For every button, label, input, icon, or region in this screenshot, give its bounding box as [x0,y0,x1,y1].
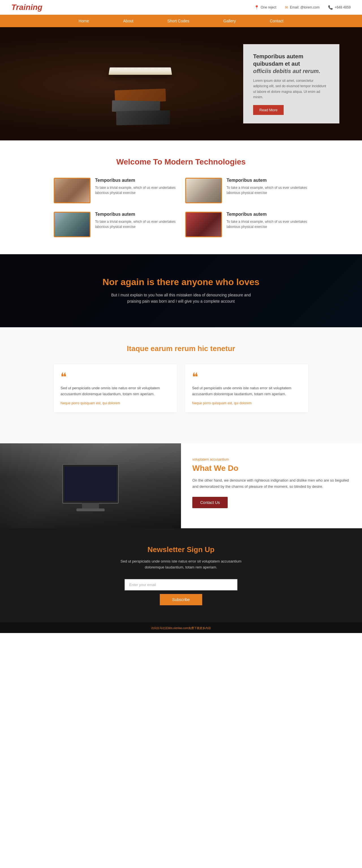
what-we-do-section: voluptatem accusantium What We Do On the… [0,443,362,528]
hero-content: Temporibus autem quibusdam et aut offici… [243,44,339,123]
quote-mark-1: ❝ [192,371,301,382]
feature-desc-0: To take a trivial example, which of us e… [95,185,177,195]
feature-title-3: Temporibus autem [227,212,308,217]
feature-img-3 [185,212,222,237]
testimonial-link-0[interactable]: Neque porro quisquam est, qui dolorem [61,401,120,405]
feature-desc-2: To take a trivial example, which of us e… [95,219,177,229]
contact-email: ✉ Email: @lorem.com [285,5,320,10]
feature-img-0 [54,178,91,203]
contact-us-button[interactable]: Contact Us [192,497,228,508]
testimonial-link-1[interactable]: Neque porro quisquam est, qui dolorem [192,401,252,405]
nav-contact[interactable]: Contact [253,15,300,27]
welcome-section: Welcome To Modern Technologies Temporibu… [0,141,362,254]
feature-title-2: Temporibus autem [95,212,177,217]
quote-mark-0: ❝ [61,371,170,382]
feature-text-1: Temporibus autem To take a trivial examp… [227,178,308,195]
feature-img-1 [185,178,222,203]
hero-body: Lorem ipsum dolor sit amet, consectetur … [253,78,329,100]
hero-section: Temporibus autem quibusdam et aut offici… [0,27,362,141]
wwd-content: voluptatem accusantium What We Do On the… [181,443,362,528]
monitor-shape [62,464,119,504]
footer-bar: 访问自马社区bbs.xienlao.com免费下载更多内容 [0,622,362,633]
features-grid: Temporibus autem To take a trivial examp… [54,178,308,237]
newsletter-section: Newsletter Sign Up Sed ut perspiciatis u… [0,528,362,622]
testimonial-body-0: Sed ut perspiciatis unde omnis iste natu… [61,385,170,397]
monitor-stand [82,503,99,508]
dark-banner-title: Nor again is there anyone who loves [11,277,351,287]
monitor-screen [65,467,116,501]
contact-location-label: One reject [261,5,276,9]
feature-desc-1: To take a trivial example, which of us e… [227,185,308,195]
top-bar: Training 📍 One reject ✉ Email: @lorem.co… [0,0,362,15]
newsletter-email-input[interactable] [125,579,237,591]
nav-gallery[interactable]: Gallery [206,15,253,27]
dark-banner: Nor again is there anyone who loves But … [0,254,362,327]
main-nav: Home About Short Codes Gallery Contact [0,15,362,27]
wwd-image [0,443,181,528]
contact-email-label: Email: @lorem.com [290,5,320,9]
feature-item-2: Temporibus autem To take a trivial examp… [54,212,177,237]
feature-item-1: Temporibus autem To take a trivial examp… [185,178,308,203]
newsletter-form: Subscribe [11,579,351,605]
contact-location: 📍 One reject [254,5,276,10]
feature-text-3: Temporibus autem To take a trivial examp… [227,212,308,229]
wwd-title: What We Do [192,464,351,473]
testimonials-title: Itaque earum rerum hic tenetur [11,344,351,353]
wwd-subtitle: voluptatem accusantium [192,458,351,461]
wwd-body: On the other hand, we denounce with righ… [192,477,351,490]
newsletter-title: Newsletter Sign Up [11,545,351,554]
welcome-title: Welcome To Modern Technologies [11,157,351,166]
footer-watermark: 访问自马社区bbs.xienlao.com免费下载更多内容 [151,626,211,630]
hero-readmore-button[interactable]: Read More [253,105,284,115]
subscribe-button[interactable]: Subscribe [160,594,202,605]
feature-item-3: Temporibus autem To take a trivial examp… [185,212,308,237]
phone-icon: 📞 [328,5,333,10]
dark-banner-body: But I must explain to you how all this m… [110,292,252,305]
feature-img-2 [54,212,91,237]
newsletter-body: Sed ut perspiciatis unde omnis iste natu… [110,559,252,570]
feature-text-0: Temporibus autem To take a trivial examp… [95,178,177,195]
contact-phone-label: +648 4859 [335,5,351,9]
nav-shortcodes[interactable]: Short Codes [151,15,206,27]
feature-item-0: Temporibus autem To take a trivial examp… [54,178,177,203]
location-icon: 📍 [254,5,259,10]
email-icon: ✉ [285,5,288,10]
testimonial-item-0: ❝ Sed ut perspiciatis unde omnis iste na… [54,364,177,412]
testimonial-body-1: Sed ut perspiciatis unde omnis iste natu… [192,385,301,397]
book-3 [116,110,170,125]
book-pages [110,68,171,69]
nav-home[interactable]: Home [62,15,106,27]
feature-text-2: Temporibus autem To take a trivial examp… [95,212,177,229]
feature-title-1: Temporibus autem [227,178,308,183]
nav-about[interactable]: About [106,15,151,27]
testimonial-item-1: ❝ Sed ut perspiciatis unde omnis iste na… [185,364,308,412]
top-contacts: 📍 One reject ✉ Email: @lorem.com 📞 +648 … [254,5,351,10]
contact-phone: 📞 +648 4859 [328,5,351,10]
feature-desc-3: To take a trivial example, which of us e… [227,219,308,229]
monitor-base [76,508,105,511]
feature-title-0: Temporibus autem [95,178,177,183]
hero-heading: Temporibus autem quibusdam et aut offici… [253,53,329,75]
testimonials-section: Itaque earum rerum hic tenetur ❝ Sed ut … [0,327,362,444]
site-title: Training [11,3,42,12]
testimonials-grid: ❝ Sed ut perspiciatis unde omnis iste na… [54,364,308,412]
hero-books-visual [0,27,235,141]
